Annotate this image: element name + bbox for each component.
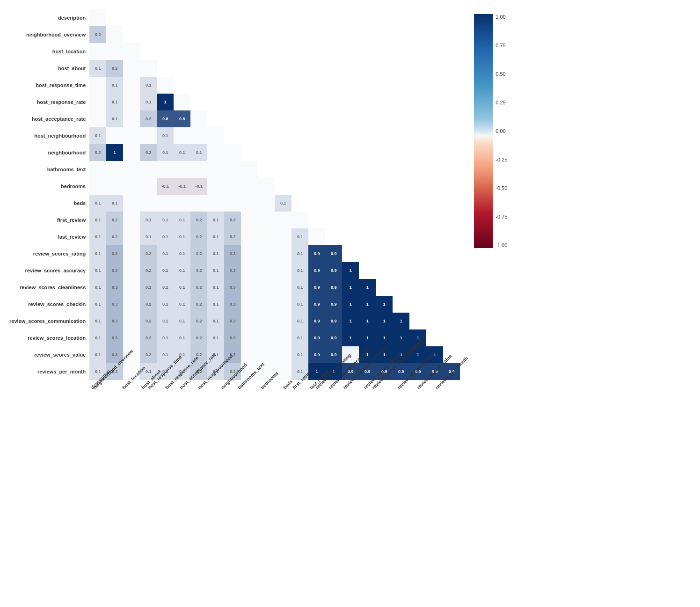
cell-16-10 (258, 279, 275, 296)
cell-12-7: 0.1 (207, 212, 224, 228)
cell-14-13: 0.9 (308, 245, 325, 262)
cb-label-7: -0.50 (496, 185, 507, 191)
cell-13-12: 0.1 (292, 228, 308, 245)
col-label-wrapper-10: bedrooms (258, 382, 275, 447)
cell-7-20 (426, 127, 443, 144)
cell-14-6: 0.2 (190, 245, 207, 262)
cell-8-14 (325, 144, 342, 161)
cell-18-15: 1 (342, 313, 359, 329)
cell-5-15 (342, 94, 359, 110)
cell-18-4: 0.1 (157, 313, 174, 329)
cell-8-0: 0.2 (89, 144, 106, 161)
cell-1-6 (190, 26, 207, 43)
cell-9-3 (140, 161, 157, 178)
col-label-wrapper-1: neighborhood_overview (106, 382, 123, 447)
cell-14-16 (359, 245, 376, 262)
cell-17-14: 0.9 (325, 296, 342, 313)
cell-15-17 (376, 262, 393, 279)
cell-15-19 (409, 262, 426, 279)
cb-label-5: 0.00 (496, 128, 507, 134)
cell-16-20 (426, 279, 443, 296)
cell-14-14: 0.9 (325, 245, 342, 262)
cell-15-11 (275, 262, 292, 279)
cell-2-2 (123, 43, 140, 60)
cell-9-17 (376, 161, 393, 178)
row-label-0: description (58, 9, 86, 26)
cell-6-15 (342, 110, 359, 127)
cell-17-2 (123, 296, 140, 313)
cell-9-9 (241, 161, 258, 178)
cell-7-13 (308, 127, 325, 144)
cell-17-4: 0.1 (157, 296, 174, 313)
cell-12-4: 0.1 (157, 212, 174, 228)
cell-6-21 (443, 110, 460, 127)
cell-10-21 (443, 178, 460, 195)
cell-5-18 (393, 94, 409, 110)
cell-5-14 (325, 94, 342, 110)
cell-13-19 (409, 228, 426, 245)
cell-8-21 (443, 144, 460, 161)
cell-1-17 (376, 26, 393, 43)
cell-7-17 (376, 127, 393, 144)
cell-5-20 (426, 94, 443, 110)
row-label-6: host_acceptance_rate (32, 110, 86, 127)
cell-17-13: 0.9 (308, 296, 325, 313)
cell-18-8: 0.3 (224, 313, 241, 329)
cell-6-9 (241, 110, 258, 127)
cell-17-18 (393, 296, 409, 313)
cell-6-3: 0.2 (140, 110, 157, 127)
cell-5-0 (89, 94, 106, 110)
matrix-row-17: 0.10.30.20.10.10.20.10.30.10.90.9111 (89, 296, 460, 313)
cell-3-13 (308, 60, 325, 77)
cell-14-18 (393, 245, 409, 262)
cell-10-16 (359, 178, 376, 195)
cell-2-14 (325, 43, 342, 60)
cell-4-0 (89, 77, 106, 94)
cell-19-15: 1 (342, 329, 359, 346)
cell-18-20 (426, 313, 443, 329)
cell-4-4 (157, 77, 174, 94)
cell-11-19 (409, 195, 426, 212)
matrix-row-10: -0.1-0.1-0.1 (89, 178, 460, 195)
cell-2-7 (207, 43, 224, 60)
cell-14-20 (426, 245, 443, 262)
cell-18-1: 0.3 (106, 313, 123, 329)
matrix-row-13: 0.10.20.10.10.10.20.10.20.1 (89, 228, 460, 245)
cell-13-2 (123, 228, 140, 245)
cell-18-3: 0.2 (140, 313, 157, 329)
cell-6-16 (359, 110, 376, 127)
cell-12-11 (275, 212, 292, 228)
cell-13-3: 0.1 (140, 228, 157, 245)
cell-2-0 (89, 43, 106, 60)
cell-19-10 (258, 329, 275, 346)
cell-13-16 (359, 228, 376, 245)
cell-0-16 (359, 9, 376, 26)
cell-3-1: 0.2 (106, 60, 123, 77)
cell-16-17 (376, 279, 393, 296)
cell-8-2 (123, 144, 140, 161)
cell-1-11 (275, 26, 292, 43)
cell-14-2 (123, 245, 140, 262)
cell-3-19 (409, 60, 426, 77)
cell-18-2 (123, 313, 140, 329)
cell-8-6: 0.1 (190, 144, 207, 161)
cell-2-9 (241, 43, 258, 60)
cell-18-18: 1 (393, 313, 409, 329)
cell-15-16 (359, 262, 376, 279)
cell-5-8 (224, 94, 241, 110)
cell-4-11 (275, 77, 292, 94)
cell-4-7 (207, 77, 224, 94)
cell-15-15: 1 (342, 262, 359, 279)
col-labels: descriptionneighborhood_overviewhost_loc… (89, 382, 460, 447)
cell-13-11 (275, 228, 292, 245)
cb-label-6: -0.25 (496, 157, 507, 162)
cell-13-1: 0.2 (106, 228, 123, 245)
cell-13-9 (241, 228, 258, 245)
matrix-row-4: 0.10.1 (89, 77, 460, 94)
cell-8-9 (241, 144, 258, 161)
cell-5-1: 0.1 (106, 94, 123, 110)
cell-1-19 (409, 26, 426, 43)
cell-3-14 (325, 60, 342, 77)
row-label-11: beds (74, 195, 86, 212)
cell-10-19 (409, 178, 426, 195)
